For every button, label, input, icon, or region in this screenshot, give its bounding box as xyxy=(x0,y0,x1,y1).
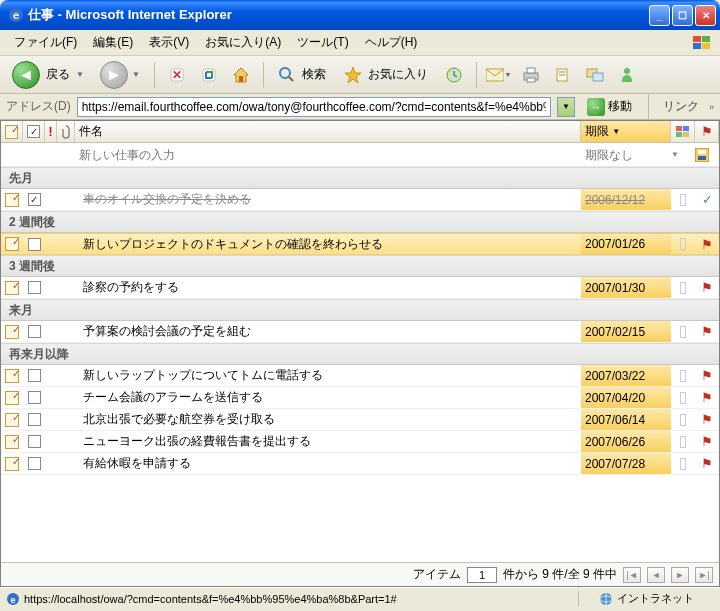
col-category[interactable] xyxy=(671,121,695,142)
new-task-due-dd[interactable]: ▼ xyxy=(671,150,695,159)
task-flag[interactable]: ⚑ xyxy=(695,387,719,408)
window-title: 仕事 - Microsoft Internet Explorer xyxy=(28,6,649,24)
task-row[interactable]: 北京出張で必要な航空券を受け取る2007/06/14⚑ xyxy=(1,409,719,431)
task-category[interactable] xyxy=(671,189,695,210)
svg-rect-3 xyxy=(702,36,710,42)
search-button[interactable]: 検索 xyxy=(272,60,334,90)
task-flag[interactable]: ⚑ xyxy=(695,234,719,254)
group-header[interactable]: 2 週間後 xyxy=(1,211,719,233)
task-category[interactable] xyxy=(671,453,695,474)
group-header[interactable]: 来月 xyxy=(1,299,719,321)
task-checkbox[interactable] xyxy=(23,321,45,342)
col-due[interactable]: 期限 ▼ xyxy=(581,121,671,142)
new-task-save-icon[interactable] xyxy=(695,148,719,162)
task-category[interactable] xyxy=(671,387,695,408)
new-task-input[interactable] xyxy=(75,148,581,162)
edit-button[interactable] xyxy=(549,61,577,89)
stop-button[interactable]: ✕ xyxy=(163,61,191,89)
task-flag[interactable]: ⚑ xyxy=(695,431,719,452)
task-row[interactable]: 予算案の検討会議の予定を組む2007/02/15⚑ xyxy=(1,321,719,343)
go-button[interactable]: → 移動 xyxy=(581,98,638,116)
pager-next[interactable]: ► xyxy=(671,567,689,583)
task-category[interactable] xyxy=(671,321,695,342)
menu-edit[interactable]: 編集(E) xyxy=(85,31,141,54)
pager-last[interactable]: ►| xyxy=(695,567,713,583)
task-flag[interactable]: ⚑ xyxy=(695,453,719,474)
col-subject[interactable]: 件名 xyxy=(75,121,581,142)
task-row[interactable]: 新しいラップトップについてトムに電話する2007/03/22⚑ xyxy=(1,365,719,387)
group-header[interactable]: 先月 xyxy=(1,167,719,189)
svg-point-22 xyxy=(624,68,630,74)
pager-first[interactable]: |◄ xyxy=(623,567,641,583)
task-due: 2007/07/28 xyxy=(581,453,671,474)
close-button[interactable]: ✕ xyxy=(695,5,716,26)
svg-text:e: e xyxy=(13,9,19,21)
col-attachment[interactable] xyxy=(57,121,75,142)
task-list[interactable]: 先月✓車のオイル交換の予定を決める2006/12/12✓2 週間後新しいプロジェ… xyxy=(1,167,719,562)
col-importance[interactable]: ! xyxy=(45,121,57,142)
new-task-due-input[interactable] xyxy=(581,148,671,162)
svg-rect-15 xyxy=(527,68,535,73)
home-button[interactable] xyxy=(227,61,255,89)
task-flag[interactable]: ✓ xyxy=(695,189,719,210)
menu-tools[interactable]: ツール(T) xyxy=(289,31,356,54)
messenger-button[interactable] xyxy=(613,61,641,89)
task-type-icon xyxy=(1,277,23,298)
print-button[interactable] xyxy=(517,61,545,89)
svg-point-10 xyxy=(280,68,290,78)
links-label[interactable]: リンク xyxy=(659,98,703,115)
task-row[interactable]: 診察の予約をする2007/01/30⚑ xyxy=(1,277,719,299)
history-button[interactable] xyxy=(440,61,468,89)
minimize-button[interactable]: _ xyxy=(649,5,670,26)
menu-favorites[interactable]: お気に入り(A) xyxy=(197,31,289,54)
menu-help[interactable]: ヘルプ(H) xyxy=(357,31,426,54)
forward-button[interactable]: ► ▼ xyxy=(94,60,146,90)
task-checkbox[interactable] xyxy=(23,431,45,452)
favorites-button[interactable]: お気に入り xyxy=(338,60,436,90)
back-button[interactable]: ◄ 戻る ▼ xyxy=(6,60,90,90)
task-row[interactable]: 新しいプロジェクトのドキュメントの確認を終わらせる2007/01/26⚑ xyxy=(1,233,719,255)
svg-rect-24 xyxy=(683,126,689,131)
task-flag[interactable]: ⚑ xyxy=(695,365,719,386)
group-header[interactable]: 再来月以降 xyxy=(1,343,719,365)
col-type-icon[interactable] xyxy=(1,121,23,142)
col-complete[interactable]: ✓ xyxy=(23,121,45,142)
address-input[interactable] xyxy=(77,97,551,117)
task-row[interactable]: チーム会議のアラームを送信する2007/04/20⚑ xyxy=(1,387,719,409)
refresh-button[interactable] xyxy=(195,61,223,89)
task-row[interactable]: 有給休暇を申請する2007/07/28⚑ xyxy=(1,453,719,475)
menu-file[interactable]: ファイル(F) xyxy=(6,31,85,54)
svg-rect-5 xyxy=(702,43,710,49)
menu-view[interactable]: 表示(V) xyxy=(141,31,197,54)
task-category[interactable] xyxy=(671,277,695,298)
task-row[interactable]: ✓車のオイル交換の予定を決める2006/12/12✓ xyxy=(1,189,719,211)
discuss-button[interactable] xyxy=(581,61,609,89)
task-due: 2006/12/12 xyxy=(581,189,671,210)
pager-bar: アイテム 件から 9 件/全 9 件中 |◄ ◄ ► ►| xyxy=(1,562,719,586)
task-checkbox[interactable] xyxy=(23,409,45,430)
address-dropdown[interactable]: ▼ xyxy=(557,97,575,117)
col-flag[interactable]: ⚑ xyxy=(695,121,719,142)
task-category[interactable] xyxy=(671,409,695,430)
search-icon xyxy=(278,66,296,84)
task-checkbox[interactable] xyxy=(23,453,45,474)
task-checkbox[interactable]: ✓ xyxy=(23,189,45,210)
go-arrow-icon: → xyxy=(587,98,605,116)
task-flag[interactable]: ⚑ xyxy=(695,409,719,430)
task-checkbox[interactable] xyxy=(23,365,45,386)
task-category[interactable] xyxy=(671,431,695,452)
task-flag[interactable]: ⚑ xyxy=(695,321,719,342)
task-flag[interactable]: ⚑ xyxy=(695,277,719,298)
task-row[interactable]: ニューヨーク出張の経費報告書を提出する2007/06/26⚑ xyxy=(1,431,719,453)
maximize-button[interactable]: ☐ xyxy=(672,5,693,26)
mail-button[interactable]: ▼ xyxy=(485,61,513,89)
task-checkbox[interactable] xyxy=(23,387,45,408)
svg-rect-2 xyxy=(693,36,701,42)
task-checkbox[interactable] xyxy=(23,234,45,254)
task-category[interactable] xyxy=(671,234,695,254)
task-category[interactable] xyxy=(671,365,695,386)
pager-prev[interactable]: ◄ xyxy=(647,567,665,583)
group-header[interactable]: 3 週間後 xyxy=(1,255,719,277)
task-checkbox[interactable] xyxy=(23,277,45,298)
pager-page-input[interactable] xyxy=(467,567,497,583)
